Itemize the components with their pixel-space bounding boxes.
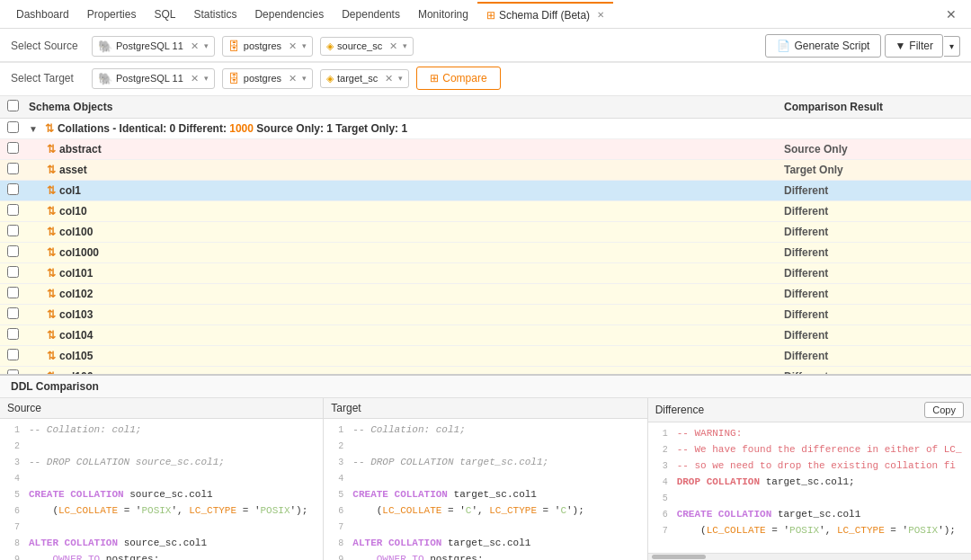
source-line-2: 2 bbox=[0, 439, 323, 455]
copy-button[interactable]: Copy bbox=[924, 402, 964, 418]
target-db2-select[interactable]: 🗄 postgres ✕ ▾ bbox=[222, 68, 313, 89]
main-content: Select Source 🐘 PostgreSQL 11 ✕ ▾ 🗄 post… bbox=[0, 29, 971, 560]
window-close-button[interactable]: ✕ bbox=[939, 4, 964, 25]
target-db2-arrow[interactable]: ▾ bbox=[302, 74, 307, 83]
row-name-text: col101 bbox=[59, 267, 93, 280]
script-icon: 📄 bbox=[777, 40, 790, 52]
target-line-8: 8ALTER COLLATION target_sc.col1 bbox=[324, 536, 646, 552]
source-ddl-panel: Source 1-- Collation: col1; 2 3-- DROP C… bbox=[0, 398, 324, 560]
nav-dependents[interactable]: Dependents bbox=[333, 3, 409, 26]
diff-scrollbar-thumb bbox=[652, 555, 706, 559]
difference-code[interactable]: 1-- WARNING: 2-- We have found the diffe… bbox=[648, 422, 971, 553]
row-collation-icon: ⇅ bbox=[47, 205, 56, 218]
compare-button[interactable]: ⊞ Compare bbox=[416, 67, 500, 90]
table-row[interactable]: ⇅ col1000 Different bbox=[0, 243, 971, 263]
source-db2-clear[interactable]: ✕ bbox=[289, 40, 297, 52]
group-chevron-icon[interactable]: ▼ bbox=[29, 124, 38, 134]
source-db-arrow[interactable]: ▾ bbox=[204, 41, 209, 50]
nav-monitoring[interactable]: Monitoring bbox=[409, 3, 477, 26]
diff-line-5: 5 bbox=[648, 491, 971, 507]
row-collation-icon: ⇅ bbox=[47, 370, 56, 374]
source-toolbar: Select Source 🐘 PostgreSQL 11 ✕ ▾ 🗄 post… bbox=[0, 29, 971, 62]
row-collation-icon: ⇅ bbox=[47, 184, 56, 197]
ddl-panels: Source 1-- Collation: col1; 2 3-- DROP C… bbox=[0, 398, 971, 560]
nav-schema-diff-label: Schema Diff (Beta) bbox=[499, 9, 590, 22]
source-selects: 🐘 PostgreSQL 11 ✕ ▾ 🗄 postgres ✕ ▾ ◈ sou… bbox=[92, 36, 756, 57]
source-db-clear[interactable]: ✕ bbox=[191, 40, 199, 52]
source-db2-select[interactable]: 🗄 postgres ✕ ▾ bbox=[222, 36, 313, 57]
source-schema-select[interactable]: ◈ source_sc ✕ ▾ bbox=[320, 37, 414, 56]
row-name-text: col10 bbox=[59, 205, 87, 218]
collation-icon: ⇅ bbox=[45, 122, 54, 135]
target-line-7: 7 bbox=[324, 520, 646, 536]
target-line-4: 4 bbox=[324, 471, 646, 487]
source-schema-clear[interactable]: ✕ bbox=[389, 40, 397, 52]
target-line-1: 1-- Collation: col1; bbox=[324, 422, 646, 439]
diff-line-2: 2-- We have found the difference in eith… bbox=[648, 442, 971, 458]
target-code[interactable]: 1-- Collation: col1; 2 3-- DROP COLLATIO… bbox=[324, 419, 646, 560]
table-row[interactable]: ⇅ col101 Different bbox=[0, 263, 971, 284]
source-panel-header: Source bbox=[0, 398, 323, 419]
table-row[interactable]: ⇅ col10 Different bbox=[0, 201, 971, 222]
source-db2-arrow[interactable]: ▾ bbox=[302, 41, 307, 50]
nav-schema-diff[interactable]: ⊞ Schema Diff (Beta) ✕ bbox=[477, 2, 613, 27]
diff-line-1: 1-- WARNING: bbox=[648, 426, 971, 442]
group-label: Collations - Identical: 0 Different: 100… bbox=[58, 122, 407, 135]
filter-button[interactable]: ▼ Filter bbox=[885, 34, 943, 58]
target-schema-clear[interactable]: ✕ bbox=[385, 73, 393, 84]
nav-statistics[interactable]: Statistics bbox=[184, 3, 245, 26]
table-row[interactable]: ⇅ abstract Source Only bbox=[0, 139, 971, 160]
select-all-checkbox[interactable] bbox=[7, 100, 19, 111]
row-collation-icon: ⇅ bbox=[47, 329, 56, 342]
row-name-text: col104 bbox=[59, 329, 93, 342]
diff-scrollbar[interactable] bbox=[648, 553, 971, 560]
table-body: ▼ ⇅ Collations - Identical: 0 Different:… bbox=[0, 119, 971, 374]
nav-dependencies[interactable]: Dependencies bbox=[245, 3, 333, 26]
row-name-text: col106 bbox=[59, 370, 93, 374]
target-db-clear[interactable]: ✕ bbox=[191, 73, 199, 84]
row-name-text: col1000 bbox=[59, 246, 99, 259]
target-schema-value: target_sc bbox=[337, 73, 378, 84]
target-db-select[interactable]: 🐘 PostgreSQL 11 ✕ ▾ bbox=[92, 68, 215, 89]
target-selects: 🐘 PostgreSQL 11 ✕ ▾ 🗄 postgres ✕ ▾ ◈ tar… bbox=[92, 67, 960, 90]
target-schema-icon: ◈ bbox=[326, 73, 334, 84]
target-db2-clear[interactable]: ✕ bbox=[289, 73, 297, 84]
target-db-arrow[interactable]: ▾ bbox=[204, 74, 209, 83]
table-row[interactable]: ⇅ col102 Different bbox=[0, 284, 971, 305]
target-line-3: 3-- DROP COLLATION target_sc.col1; bbox=[324, 455, 646, 471]
table-row[interactable]: ⇅ col104 Different bbox=[0, 325, 971, 346]
target-schema-arrow[interactable]: ▾ bbox=[398, 74, 403, 83]
row-name-text: col105 bbox=[59, 350, 93, 362]
target-schema-select[interactable]: ◈ target_sc ✕ ▾ bbox=[320, 69, 409, 88]
group-checkbox[interactable] bbox=[7, 121, 19, 133]
nav-dashboard[interactable]: Dashboard bbox=[7, 3, 78, 26]
source-line-4: 4 bbox=[0, 471, 323, 487]
generate-btn-label: Generate Script bbox=[794, 40, 869, 52]
table-row[interactable]: ⇅ col100 Different bbox=[0, 222, 971, 243]
source-line-8: 8ALTER COLLATION source_sc.col1 bbox=[0, 536, 323, 552]
source-schema-arrow[interactable]: ▾ bbox=[403, 41, 407, 50]
source-db-select[interactable]: 🐘 PostgreSQL 11 ✕ ▾ bbox=[92, 36, 215, 57]
schema-diff-icon: ⊞ bbox=[486, 9, 495, 22]
source-code[interactable]: 1-- Collation: col1; 2 3-- DROP COLLATIO… bbox=[0, 419, 323, 560]
row-name-text: asset bbox=[59, 164, 87, 176]
generate-script-button[interactable]: 📄 Generate Script bbox=[765, 34, 881, 58]
table-row[interactable]: ⇅ col103 Different bbox=[0, 305, 971, 325]
difference-panel-label: Difference bbox=[655, 404, 704, 416]
table-row[interactable]: ⇅ col106 Different bbox=[0, 367, 971, 374]
col-result-header: Comparison Result bbox=[784, 101, 964, 113]
target-db2-value: postgres bbox=[244, 73, 281, 84]
table-row[interactable]: ⇅ col105 Different bbox=[0, 346, 971, 367]
group-row[interactable]: ▼ ⇅ Collations - Identical: 0 Different:… bbox=[0, 119, 971, 139]
table-row[interactable]: ⇅ asset Target Only bbox=[0, 160, 971, 181]
tab-close-icon[interactable]: ✕ bbox=[597, 10, 604, 20]
ddl-comparison-section: DDL Comparison Source 1-- Collation: col… bbox=[0, 374, 971, 560]
diff-line-3: 3-- so we need to drop the existing coll… bbox=[648, 458, 971, 475]
table-row[interactable]: ⇅ col1 Different bbox=[0, 181, 971, 201]
filter-dropdown-button[interactable]: ▾ bbox=[944, 36, 960, 57]
nav-sql[interactable]: SQL bbox=[145, 3, 184, 26]
target-line-6: 6 (LC_COLLATE = 'C', LC_CTYPE = 'C'); bbox=[324, 503, 646, 520]
filter-btn-label: Filter bbox=[909, 40, 933, 52]
nav-properties[interactable]: Properties bbox=[78, 3, 146, 26]
row-collation-icon: ⇅ bbox=[47, 267, 56, 280]
